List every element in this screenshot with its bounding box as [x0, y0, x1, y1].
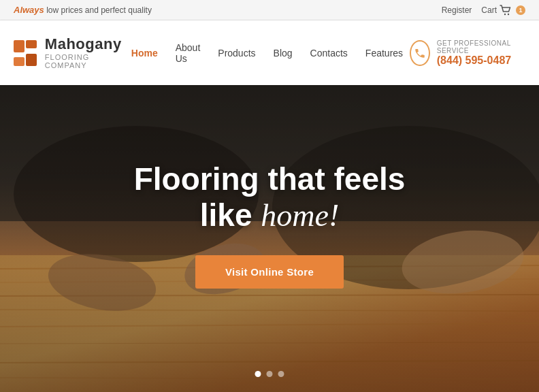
top-bar: Always low prices and perfect quality Re…: [0, 0, 539, 20]
hero-title-line1: Flooring that feels: [134, 161, 406, 197]
logo-icon: [14, 40, 37, 66]
logo-sq2: [26, 40, 37, 49]
tagline-always: Always: [14, 5, 44, 15]
main-nav: Home About Us Products Blog Contacts Fea…: [125, 38, 410, 68]
hero-section: Flooring that feels like home! Visit Onl…: [0, 85, 539, 392]
tagline-text: low prices and perfect quality: [44, 5, 152, 15]
logo-name: Mahogany: [45, 36, 125, 52]
hero-title: Flooring that feels like home!: [134, 161, 406, 234]
logo-sq3: [14, 57, 24, 66]
logo-sq1: [14, 40, 24, 52]
svg-point-0: [504, 13, 506, 14]
cart-count: 1: [516, 5, 525, 15]
hero-dots: [255, 371, 284, 377]
phone-icon: [410, 40, 430, 66]
phone-service-label: Get Professional Service: [437, 39, 519, 54]
dot-2[interactable]: [267, 371, 273, 377]
logo-text: Mahogany Flooring company: [45, 36, 125, 69]
hero-title-line2-static: like: [200, 197, 261, 233]
cart-label: Cart: [481, 5, 497, 15]
register-link[interactable]: Register: [442, 5, 472, 15]
dot-3[interactable]: [278, 371, 284, 377]
hero-title-cursive: home!: [261, 198, 339, 233]
svg-point-1: [508, 13, 509, 14]
tagline: Always low prices and perfect quality: [14, 5, 152, 15]
phone-text: Get Professional Service (844) 595-0487: [437, 39, 519, 67]
phone-number[interactable]: (844) 595-0487: [437, 54, 519, 67]
phone-block: Get Professional Service (844) 595-0487: [410, 39, 519, 67]
nav-features[interactable]: Features: [359, 44, 410, 63]
nav-blog[interactable]: Blog: [267, 44, 299, 63]
dot-1[interactable]: [255, 371, 261, 377]
logo[interactable]: Mahogany Flooring company: [14, 36, 125, 69]
nav-products[interactable]: Products: [211, 44, 262, 63]
nav-about-us[interactable]: About Us: [169, 38, 208, 68]
hero-content: Flooring that feels like home! Visit Onl…: [0, 85, 539, 392]
top-bar-right: Register Cart 1: [442, 5, 525, 16]
logo-subtitle: Flooring company: [45, 53, 125, 69]
visit-store-button[interactable]: Visit Online Store: [195, 255, 344, 289]
logo-sq4: [26, 54, 37, 66]
cart-link[interactable]: Cart 1: [481, 5, 525, 16]
cart-icon: [500, 5, 512, 16]
header: Mahogany Flooring company Home About Us …: [0, 20, 539, 85]
nav-contacts[interactable]: Contacts: [304, 44, 355, 63]
nav-home[interactable]: Home: [125, 44, 165, 63]
